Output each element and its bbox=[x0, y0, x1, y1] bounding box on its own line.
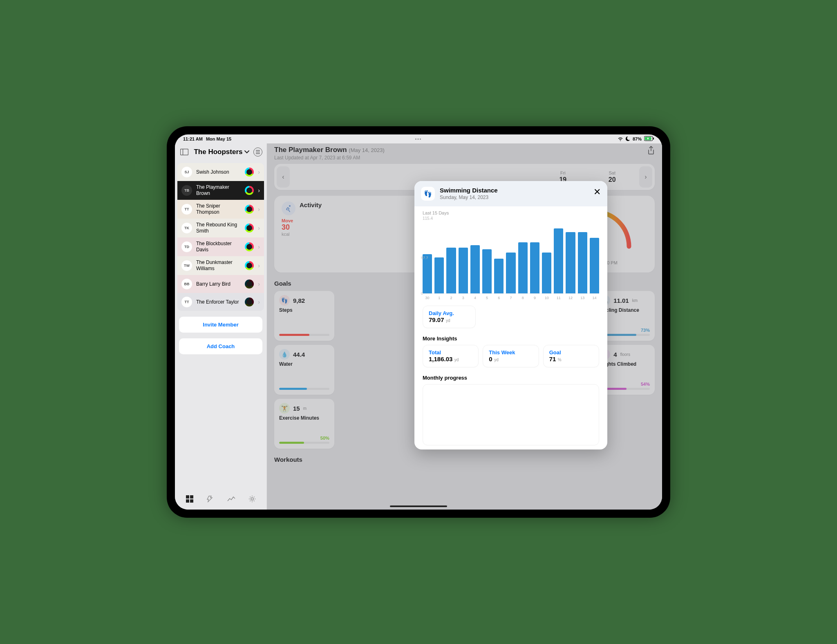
tile-value: 79.07 bbox=[429, 316, 444, 323]
status-bar: 11:21 AM Mon May 15 ••• 87% bbox=[175, 134, 662, 143]
player-name: The Sniper Thompson bbox=[196, 203, 241, 215]
battery-icon bbox=[644, 136, 654, 142]
tile-value: 1,186.03 bbox=[429, 356, 452, 362]
player-name: The Enforcer Taylor bbox=[196, 299, 241, 305]
total-tile: Total 1,186.03 yd bbox=[423, 345, 479, 367]
chevron-right-icon: › bbox=[258, 244, 260, 250]
player-name: The Playmaker Brown bbox=[196, 184, 241, 197]
modal-date: Sunday, May 14, 2023 bbox=[440, 195, 498, 200]
activity-ring-icon bbox=[245, 186, 254, 195]
activity-ring-icon bbox=[245, 280, 254, 288]
roster-row[interactable]: TT The Enforcer Taylor › bbox=[177, 293, 264, 311]
chevron-right-icon: › bbox=[258, 206, 260, 212]
ytick-zero: 0 bbox=[421, 291, 423, 295]
player-name: The Blockbuster Davis bbox=[196, 241, 241, 253]
tile-label: Total bbox=[429, 349, 472, 356]
roster-row[interactable]: TB The Playmaker Brown › bbox=[177, 181, 264, 200]
player-name: The Dunkmaster Williams bbox=[196, 259, 241, 272]
activity-ring-icon bbox=[245, 242, 254, 251]
swimming-distance-modal: 👣 Swimming Distance Sunday, May 14, 2023… bbox=[414, 181, 607, 449]
avatar: TB bbox=[181, 185, 192, 196]
tile-unit: yd bbox=[454, 358, 459, 362]
svg-rect-11 bbox=[190, 499, 193, 503]
tile-unit: yd bbox=[446, 318, 450, 323]
monthly-progress-heading: Monthly progress bbox=[423, 375, 599, 381]
avatar: TK bbox=[181, 223, 192, 233]
roster-list: SJ Swish Johnson › TB The Playmaker Brow… bbox=[177, 163, 264, 311]
chevron-right-icon: › bbox=[258, 299, 260, 305]
sidebar-toggle-icon[interactable] bbox=[179, 147, 190, 157]
player-name: Swish Johnson bbox=[196, 169, 241, 175]
device-frame: 11:21 AM Mon May 15 ••• 87% The Hoopster… bbox=[167, 126, 670, 518]
avatar: TD bbox=[181, 242, 192, 252]
roster-row[interactable]: TK The Rebound King Smith › bbox=[177, 219, 264, 237]
team-name-label: The Hoopsters bbox=[194, 148, 242, 156]
tab-dashboard-icon[interactable] bbox=[185, 494, 195, 504]
daily-avg-tile: Daily Avg. 79.07 yd bbox=[423, 306, 476, 328]
tile-label: Daily Avg. bbox=[429, 310, 470, 316]
goal-tile: Goal 71 % bbox=[543, 345, 599, 367]
tile-value: 71 bbox=[549, 356, 556, 362]
screen: 11:21 AM Mon May 15 ••• 87% The Hoopster… bbox=[175, 134, 662, 510]
wifi-icon bbox=[618, 136, 623, 142]
chart-area: Last 15 Days 115.4 57.7 0 30123456789101… bbox=[414, 206, 607, 302]
team-selector[interactable]: The Hoopsters bbox=[194, 148, 249, 156]
tile-label: This Week bbox=[489, 349, 533, 356]
tile-unit: % bbox=[558, 358, 562, 362]
roster-row[interactable]: BB Barry Larry Bird › bbox=[177, 275, 264, 293]
tab-trends-icon[interactable] bbox=[226, 494, 236, 504]
chevron-down-icon bbox=[244, 149, 249, 155]
menu-icon[interactable] bbox=[253, 148, 262, 157]
svg-rect-10 bbox=[186, 499, 189, 503]
monthly-progress-box bbox=[423, 384, 599, 445]
player-name: Barry Larry Bird bbox=[196, 281, 241, 287]
activity-ring-icon bbox=[245, 168, 254, 177]
add-coach-button[interactable]: Add Coach bbox=[179, 338, 262, 354]
home-indicator[interactable] bbox=[390, 505, 447, 507]
this-week-tile: This Week 0 yd bbox=[483, 345, 539, 367]
chevron-right-icon: › bbox=[258, 281, 260, 287]
status-time: 11:21 AM bbox=[183, 136, 203, 141]
chevron-right-icon: › bbox=[258, 187, 260, 194]
sidebar-tabs bbox=[175, 488, 266, 510]
chevron-right-icon: › bbox=[258, 262, 260, 269]
svg-point-12 bbox=[251, 498, 253, 500]
activity-ring-icon bbox=[245, 205, 254, 214]
invite-member-button[interactable]: Invite Member bbox=[179, 317, 262, 333]
activity-ring-icon bbox=[245, 224, 254, 233]
avatar: SJ bbox=[181, 167, 192, 177]
tab-settings-icon[interactable] bbox=[247, 494, 257, 504]
more-insights-heading: More Insights bbox=[423, 335, 599, 342]
svg-rect-3 bbox=[181, 149, 188, 155]
activity-ring-icon bbox=[245, 261, 254, 270]
avatar: TT bbox=[181, 297, 192, 307]
ytick-mid: 57.7 bbox=[421, 256, 428, 260]
roster-row[interactable]: SJ Swish Johnson › bbox=[177, 163, 264, 181]
svg-rect-8 bbox=[186, 495, 189, 499]
svg-rect-9 bbox=[190, 495, 193, 499]
roster-row[interactable]: TD The Blockbuster Davis › bbox=[177, 237, 264, 256]
status-date: Mon May 15 bbox=[206, 136, 231, 141]
tab-activity-icon[interactable] bbox=[206, 494, 215, 504]
main-content: The Playmaker Brown (May 14, 2023) Last … bbox=[267, 143, 662, 510]
svg-rect-2 bbox=[653, 138, 654, 140]
modal-title: Swimming Distance bbox=[440, 187, 498, 194]
multitask-dots[interactable]: ••• bbox=[415, 137, 422, 141]
avatar: BB bbox=[181, 279, 192, 289]
chevron-right-icon: › bbox=[258, 169, 260, 175]
tile-unit: yd bbox=[494, 358, 499, 362]
chart-caption: Last 15 Days bbox=[423, 210, 599, 215]
moon-icon bbox=[626, 136, 630, 142]
footsteps-icon: 👣 bbox=[421, 187, 435, 201]
chart-ymax: 115.4 bbox=[423, 216, 599, 221]
sidebar: The Hoopsters SJ Swish Johnson › TB The … bbox=[175, 143, 267, 510]
battery-pct: 87% bbox=[633, 136, 642, 141]
avatar: TT bbox=[181, 204, 192, 215]
bar-chart: 57.7 0 bbox=[423, 222, 599, 294]
avatar: TW bbox=[181, 260, 192, 271]
tile-label: Goal bbox=[549, 349, 593, 356]
activity-ring-icon bbox=[245, 297, 254, 306]
roster-row[interactable]: TT The Sniper Thompson › bbox=[177, 200, 264, 219]
roster-row[interactable]: TW The Dunkmaster Williams › bbox=[177, 256, 264, 275]
close-icon[interactable]: ✕ bbox=[593, 187, 601, 197]
